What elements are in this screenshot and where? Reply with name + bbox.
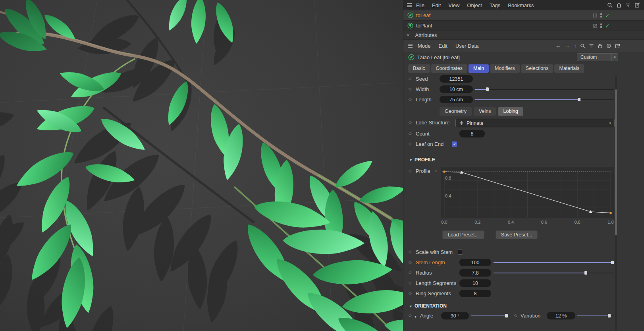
stem-length-input[interactable]: 100 xyxy=(459,259,491,266)
subtab-lobing[interactable]: Lobing xyxy=(498,107,523,116)
menu-file[interactable]: File xyxy=(413,2,428,8)
radius-input[interactable]: 7.8 xyxy=(459,269,491,277)
scrollbar-thumb[interactable] xyxy=(615,89,617,235)
param-diamond-icon[interactable] xyxy=(409,291,412,295)
visibility-dots-icon[interactable] xyxy=(600,13,602,18)
param-row-length: Length 75 cm xyxy=(403,95,644,105)
menu-bookmarks[interactable]: Bookmarks xyxy=(504,2,537,8)
plant-object-icon xyxy=(407,23,413,29)
param-label: Ring Segments xyxy=(416,290,451,296)
tab-selections[interactable]: Selections xyxy=(521,64,553,73)
orientation-section-header[interactable]: ORIENTATION xyxy=(403,301,644,311)
viewport-3d[interactable] xyxy=(0,0,403,331)
target-icon[interactable] xyxy=(606,43,611,48)
param-diamond-icon[interactable] xyxy=(409,120,412,124)
chevron-down-icon[interactable] xyxy=(415,313,416,319)
hamburger-menu-icon[interactable] xyxy=(407,3,412,8)
expand-arrow-icon[interactable]: › xyxy=(435,168,437,174)
profile-curve-canvas[interactable]: 0.80.40.00.20.40.60.81.0 xyxy=(441,167,614,226)
up-arrow-icon[interactable]: ↑ xyxy=(574,43,577,49)
attribute-tabs: Basic Coordinates Main Modifiers Selecti… xyxy=(403,63,644,74)
param-diamond-icon[interactable] xyxy=(409,270,412,275)
param-diamond-icon[interactable] xyxy=(514,313,517,317)
tab-materials[interactable]: Materials xyxy=(554,64,584,73)
param-diamond-icon[interactable] xyxy=(409,131,412,135)
filter-icon[interactable] xyxy=(589,43,594,48)
ring-segments-input[interactable]: 8 xyxy=(459,290,491,297)
filter-icon[interactable] xyxy=(625,2,631,8)
enabled-check-icon[interactable]: ✓ xyxy=(605,12,610,19)
hamburger-menu-icon[interactable] xyxy=(407,43,413,48)
attributes-header: × Attributes xyxy=(403,31,644,40)
param-diamond-icon[interactable] xyxy=(409,168,412,173)
param-diamond-icon[interactable] xyxy=(409,76,412,81)
menu-edit-attr[interactable]: Edit xyxy=(436,43,451,49)
angle-slider[interactable] xyxy=(471,314,509,318)
layer-icon[interactable] xyxy=(593,24,597,28)
preset-buttons-row: Load Preset... Save Preset... xyxy=(403,229,644,241)
seed-input[interactable]: 12351 xyxy=(440,75,473,83)
width-input[interactable]: 10 cm xyxy=(440,85,473,93)
width-slider[interactable] xyxy=(475,87,614,92)
param-label: Profile xyxy=(416,168,430,174)
param-row-radius: Radius 7.8 xyxy=(403,268,644,278)
close-icon[interactable]: × xyxy=(407,33,410,38)
compose-icon[interactable] xyxy=(634,2,640,8)
menu-edit[interactable]: Edit xyxy=(428,2,444,8)
back-arrow-icon[interactable]: ← xyxy=(555,43,561,49)
profile-section-header[interactable]: PROFILE xyxy=(403,155,644,165)
param-diamond-icon[interactable] xyxy=(409,87,412,91)
enabled-check-icon[interactable]: ✓ xyxy=(605,23,610,29)
param-diamond-icon[interactable] xyxy=(409,250,412,254)
angle-input[interactable]: 90 ° xyxy=(441,312,469,319)
length-segments-input[interactable]: 10 xyxy=(459,279,491,287)
object-name[interactable]: toLeaf xyxy=(416,12,430,18)
menu-mode[interactable]: Mode xyxy=(415,43,434,49)
length-slider[interactable] xyxy=(475,97,614,102)
param-diamond-icon[interactable] xyxy=(409,97,412,101)
new-window-icon[interactable] xyxy=(615,43,620,48)
visibility-dots-icon[interactable] xyxy=(600,23,602,29)
param-label: Angle xyxy=(420,313,433,319)
layer-icon[interactable] xyxy=(593,14,597,17)
subtab-veins[interactable]: Veins xyxy=(474,107,496,116)
menu-tags[interactable]: Tags xyxy=(486,2,504,8)
scale-with-stem-checkbox[interactable] xyxy=(458,250,463,255)
save-preset-button[interactable]: Save Preset... xyxy=(496,230,538,239)
search-icon[interactable] xyxy=(607,2,613,8)
param-diamond-icon[interactable] xyxy=(409,313,412,317)
object-row-toleaf[interactable]: toLeaf ✓ xyxy=(403,10,644,21)
load-preset-button[interactable]: Load Preset... xyxy=(442,230,484,239)
menu-user-data[interactable]: User Data xyxy=(452,43,482,49)
chevron-down-icon xyxy=(410,157,412,163)
lobe-structure-dropdown[interactable]: Pinnate ▾ xyxy=(455,119,615,127)
object-name[interactable]: toPlant xyxy=(416,23,432,29)
search-icon[interactable] xyxy=(580,43,585,48)
count-input[interactable]: 8 xyxy=(459,130,485,137)
panel-scrollbar[interactable] xyxy=(615,75,617,331)
param-diamond-icon[interactable] xyxy=(409,281,412,285)
right-panel: File Edit View Object Tags Bookmarks xyxy=(403,0,644,331)
param-diamond-icon[interactable] xyxy=(409,260,412,264)
menu-object[interactable]: Object xyxy=(463,2,486,8)
object-row-toplant[interactable]: toPlant ✓ xyxy=(403,21,644,31)
param-diamond-icon[interactable] xyxy=(409,141,412,146)
radius-slider[interactable] xyxy=(494,271,614,275)
menu-view[interactable]: View xyxy=(445,2,463,8)
param-label: Count xyxy=(416,131,430,137)
tab-coordinates[interactable]: Coordinates xyxy=(431,64,467,73)
tab-main[interactable]: Main xyxy=(469,64,489,73)
profile-curve-editor[interactable]: 0.80.40.00.20.40.60.81.0 xyxy=(441,167,614,226)
length-input[interactable]: 75 cm xyxy=(440,96,473,103)
tab-modifiers[interactable]: Modifiers xyxy=(490,64,520,73)
variation-slider[interactable] xyxy=(577,314,614,318)
subtab-geometry[interactable]: Geometry xyxy=(440,107,472,116)
stem-length-slider[interactable] xyxy=(494,260,614,265)
leaf-on-end-checkbox[interactable] xyxy=(452,141,457,147)
home-icon[interactable] xyxy=(616,2,622,8)
lock-icon[interactable] xyxy=(598,43,603,48)
forward-arrow-icon[interactable]: → xyxy=(565,43,570,49)
tab-basic[interactable]: Basic xyxy=(408,64,430,73)
preset-dropdown[interactable]: Custom ▾ xyxy=(577,53,618,61)
variation-input[interactable]: 12 % xyxy=(547,312,575,319)
